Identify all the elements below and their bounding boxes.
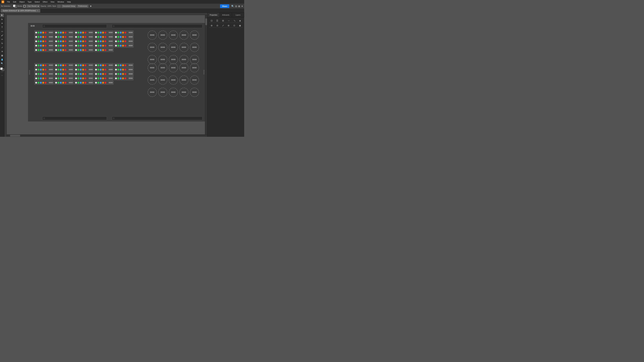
cs-7-3[interactable]: 0000 (74, 67, 94, 71)
knob-3-4[interactable]: 0000 (179, 55, 188, 64)
knob-6-3[interactable]: 0000 (169, 88, 178, 97)
panel-icon-9[interactable]: ⤢ (222, 24, 224, 27)
input-bottom-left[interactable] (42, 116, 107, 120)
channel-strip-5-4[interactable]: 0000 (94, 48, 114, 52)
pencil-tool[interactable]: ✏ (0, 37, 4, 41)
channel-strip-2-5[interactable]: 0000 (114, 35, 134, 39)
preferences-button[interactable]: Preferences (77, 5, 88, 8)
gradient-tool[interactable]: ▦ (0, 54, 4, 57)
knob-6-4[interactable]: 0000 (179, 88, 188, 97)
cs-8-4[interactable]: 0000 (94, 72, 114, 76)
panel-icon-10[interactable]: ⊗ (228, 24, 230, 27)
paintbrush-tool[interactable]: 🖌 (0, 33, 4, 37)
shape-tool[interactable]: ▭ (0, 29, 4, 33)
scrollbar-vertical[interactable] (205, 15, 207, 134)
cs-10-2[interactable]: 0000 (54, 81, 74, 85)
cs-7-2[interactable]: 0000 (54, 67, 74, 71)
knob-3-3[interactable]: 0000 (169, 55, 178, 64)
cs-7-4[interactable]: 0000 (94, 67, 114, 71)
scrollbar-horizontal[interactable] (7, 134, 207, 137)
warp-tool[interactable]: ≋ (0, 50, 4, 53)
channel-strip-1-4[interactable]: 0000 (94, 30, 114, 34)
panel-icon-6[interactable]: ◈ (239, 19, 241, 22)
document-setup-button[interactable]: Document Setup (62, 5, 76, 8)
cs-9-4[interactable]: 0000 (94, 76, 114, 80)
knob-3-5[interactable]: 0000 (190, 55, 199, 64)
scrollbar-thumb-h[interactable] (10, 135, 20, 137)
channel-strip-4-4[interactable]: 0000 (94, 43, 114, 48)
knob-4-3[interactable]: 0000 (169, 63, 178, 72)
cs-8-1[interactable]: 0000 (34, 72, 54, 76)
input-top-left[interactable] (42, 24, 107, 28)
knob-2-5[interactable]: 0000 (190, 43, 199, 52)
knob-1-5[interactable]: 0000 (190, 30, 199, 40)
knob-4-5[interactable]: 0000 (190, 63, 199, 72)
channel-strip-3-2[interactable]: 0000 (54, 39, 74, 43)
cs-7-5[interactable]: 0000 (114, 67, 134, 71)
channel-strip-2-1[interactable]: 0000 (34, 35, 54, 39)
cs-10-3[interactable]: 0000 (74, 81, 94, 85)
cs-9-2[interactable]: 0000 (54, 76, 74, 80)
zoom-tool[interactable]: 🔍 (0, 62, 4, 65)
scale-tool[interactable]: ⤢ (0, 45, 4, 49)
menu-window[interactable]: Window (56, 0, 66, 3)
cs-10-4[interactable]: 0000 (94, 81, 114, 85)
panel-icon-2[interactable]: ☰ (216, 19, 218, 22)
knob-1-1[interactable]: 0000 (148, 30, 157, 40)
scrollbar-thumb-v[interactable] (205, 18, 207, 25)
knob-2-2[interactable]: 0000 (158, 43, 167, 52)
channel-strip-4-5[interactable]: 0000 (114, 43, 134, 48)
rotate-tool[interactable]: ↻ (0, 41, 4, 45)
knob-1-4[interactable]: 0000 (179, 30, 188, 40)
menu-edit[interactable]: Edit (12, 0, 18, 3)
knob-5-2[interactable]: 0000 (158, 75, 167, 85)
knob-1-3[interactable]: 0000 (169, 30, 178, 40)
cs-10-1[interactable]: 0000 (34, 81, 54, 85)
cs-9-1[interactable]: 0000 (34, 76, 54, 80)
channel-strip-2-4[interactable]: 0000 (94, 35, 114, 39)
eyedropper-tool[interactable]: 💧 (0, 58, 4, 61)
panel-icon-3[interactable]: ⊞ (222, 19, 224, 22)
cs-9-5[interactable]: 0000 (114, 76, 134, 80)
knob-2-3[interactable]: 0000 (169, 43, 178, 52)
knob-6-5[interactable]: 0000 (190, 88, 199, 97)
panel-icon-8[interactable]: ⊘ (216, 24, 218, 27)
maximize-icon[interactable]: ⊠ (238, 5, 240, 7)
knob-4-1[interactable]: 0000 (148, 63, 157, 72)
channel-strip-1-2[interactable]: 0000 (54, 30, 74, 34)
panel-icon-11[interactable]: ⊙ (233, 24, 235, 27)
knob-4-4[interactable]: 0000 (179, 63, 188, 72)
panel-icon-4[interactable]: ↔ (228, 19, 230, 22)
knob-4-2[interactable]: 0000 (158, 63, 167, 72)
panel-icon-1[interactable]: ⊡ (211, 19, 213, 22)
cs-6-5[interactable]: 0000 (114, 63, 134, 67)
input-bottom-right[interactable] (112, 116, 202, 120)
canvas-area[interactable]: ≋≋ DOCK DOCK (4, 13, 207, 137)
channel-strip-1-1[interactable]: 0000 (34, 30, 54, 34)
more-tools[interactable]: … (0, 73, 4, 77)
share-button[interactable]: Share (220, 4, 229, 8)
channel-strip-3-1[interactable]: 0000 (34, 39, 54, 43)
input-top-right[interactable] (112, 24, 202, 28)
menu-select[interactable]: Select (33, 0, 41, 3)
channel-strip-1-5[interactable]: 0000 (114, 30, 134, 34)
panel-tab-artboards[interactable]: Artboards (220, 13, 232, 17)
cs-9-3[interactable]: 0000 (74, 76, 94, 80)
close-window-icon[interactable]: ✕ (241, 5, 243, 7)
cs-8-5[interactable]: 0000 (114, 72, 134, 76)
direct-select-tool[interactable] (0, 17, 4, 21)
channel-strip-4-3[interactable]: 0000 (74, 43, 94, 48)
knob-6-2[interactable]: 0000 (158, 88, 167, 97)
cs-8-3[interactable]: 0000 (74, 72, 94, 76)
menu-file[interactable]: File (6, 0, 12, 3)
panel-icon-5[interactable]: ⤡ (234, 19, 236, 22)
channel-strip-3-3[interactable]: 0000 (74, 39, 94, 43)
fill-stroke-indicator[interactable] (0, 67, 4, 71)
knob-3-1[interactable]: 0000 (148, 55, 157, 64)
channel-strip-2-2[interactable]: 0000 (54, 35, 74, 39)
menu-help[interactable]: Help (66, 0, 72, 3)
channel-strip-3-5[interactable]: 0000 (114, 39, 134, 43)
cs-6-1[interactable]: 0000 (34, 63, 54, 67)
knob-5-3[interactable]: 0000 (169, 75, 178, 85)
knob-1-2[interactable]: 0000 (158, 30, 167, 40)
